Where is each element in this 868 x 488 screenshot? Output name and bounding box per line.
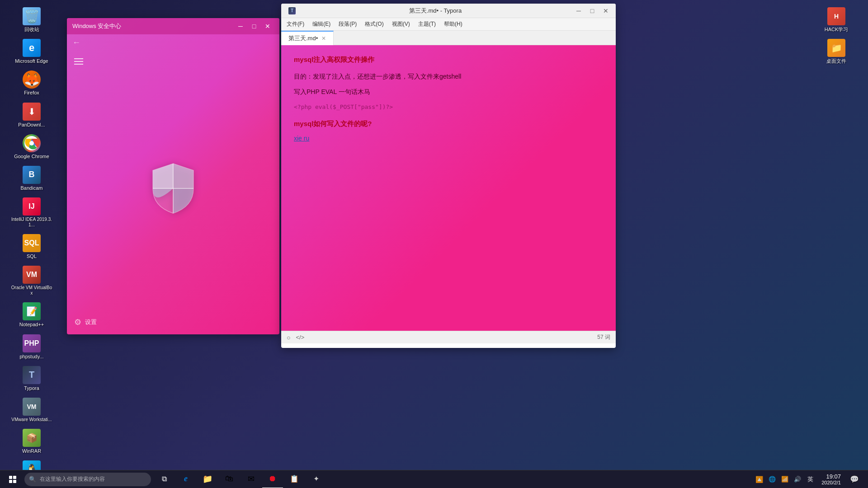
typora-statusbar: ○ </> 57 词 [281,331,616,343]
recycle-bin-icon: 🗑️ [23,7,41,25]
pandownload-icon: ⬇ [23,103,41,121]
firefox-label: Firefox [24,90,39,96]
firefox-icon: 🦊 [23,70,41,89]
notification-icon: 💬 [850,475,859,483]
typora-window: T 第三天.md• - Typora ─ □ ✕ 文件(F) 编辑(E) 段落(… [281,4,616,348]
taskbar-record-app[interactable]: ⏺ [262,470,283,488]
desktop-icons-right: H HACK学习 📁 桌面文件 [805,0,868,71]
clock-time: 19:07 [821,473,841,480]
security-maximize-button[interactable]: □ [248,21,260,32]
typora-menubar: 文件(F) 编辑(E) 段落(P) 格式(O) 视图(V) 主题(T) 帮助(H… [281,18,616,31]
desktop-files-label: 桌面文件 [826,58,846,64]
start-button[interactable] [2,470,24,488]
hamburger-menu[interactable] [74,58,272,65]
hamburger-line-1 [74,58,83,59]
edge-label: Microsoft Edge [15,58,48,64]
security-nav: ← [67,34,279,51]
menu-theme[interactable]: 主题(T) [415,19,439,29]
taskbar-store[interactable]: 🛍 [219,470,240,488]
security-minimize-button[interactable]: ─ [234,21,247,32]
taskbar-task-view[interactable]: ⧉ [154,470,175,488]
hamburger-line-3 [74,64,83,65]
typora-icon: T [23,366,41,384]
desktop-icon-notepadpp[interactable]: 📝 Notepad++ [9,300,54,330]
volume-icon[interactable]: 🔊 [792,474,803,484]
notepadpp-label: Notepad++ [19,322,44,328]
edge-taskbar-icon: e [184,474,188,483]
chevron-up-icon[interactable]: 🔼 [754,474,765,485]
security-close-button[interactable]: ✕ [261,21,274,32]
svg-point-2 [29,141,34,145]
menu-file[interactable]: 文件(F) [283,19,308,29]
typora-tab-label: 第三天.md• [288,34,318,42]
oracle-vm-label: Oracle VM VirtualBox [11,285,52,296]
intellij-idea-icon: IJ [23,197,41,216]
bandicam-label: Bandicam [21,185,43,191]
security-back-button[interactable]: ← [72,38,80,47]
menu-edit[interactable]: 编辑(E) [309,19,334,29]
menu-help[interactable]: 帮助(H) [440,19,466,29]
desktop-icon-desktop-files[interactable]: 📁 桌面文件 [814,36,859,67]
typora-minimize-button[interactable]: ─ [572,5,585,16]
vmware-label: VMware Workstati... [11,417,52,422]
menu-view[interactable]: 视图(V) [388,19,414,29]
desktop-icon-hack-study[interactable]: H HACK学习 [814,5,859,35]
edge-icon: e [23,39,41,57]
taskbar-app-7[interactable]: 📋 [284,470,305,488]
taskbar-search-box[interactable]: 🔍 在这里输入你要搜索的内容 [24,473,151,486]
search-placeholder: 在这里输入你要搜索的内容 [40,475,105,483]
desktop-icon-recycle-bin[interactable]: 🗑️ 回收站 [9,5,54,35]
notification-button[interactable]: 💬 [846,470,863,488]
desktop-icon-typora[interactable]: T Typora [9,363,54,394]
winrar-label: WinRAR [22,448,41,454]
hack-study-icon: H [827,7,845,25]
language-indicator[interactable]: 英 [805,474,816,485]
desktop-icon-idea[interactable]: IJ IntelliJ IDEA 2019.3.1... [9,195,54,230]
desktop-icon-oracle-vm[interactable]: VM Oracle VM VirtualBox [9,263,54,299]
typora-maximize-button[interactable]: □ [586,5,599,16]
desktop-icons-left: 🗑️ 回收站 e Microsoft Edge 🦊 Firefox ⬇ PanD… [0,0,63,470]
wifi-icon[interactable]: 📶 [779,474,790,484]
typora-tab-main[interactable]: 第三天.md• ✕ [281,31,334,45]
taskbar-apps-area: ⧉ e 📁 🛍 ✉ ⏺ 📋 ✦ [154,470,753,488]
content-link[interactable]: xie ru [294,135,603,142]
sql-icon: SQL [23,234,41,252]
network-icon[interactable]: 🌐 [767,474,778,484]
typora-close-button[interactable]: ✕ [599,5,612,16]
idea-label: IntelliJ IDEA 2019.3.1... [11,217,52,228]
typora-tab-close[interactable]: ✕ [321,35,326,42]
desktop-icon-vmware[interactable]: VM VMware Workstati... [9,395,54,425]
desktop-icon-bandicam[interactable]: B Bandicam [9,163,54,194]
desktop-icon-phpstudy[interactable]: PHP phpstudy... [9,332,54,362]
desktop-icon-google-chrome[interactable]: Google Chrome [9,131,54,162]
typora-label: Typora [24,385,39,391]
taskbar-file-explorer[interactable]: 📁 [197,470,218,488]
security-footer: ⚙ 设置 [67,310,279,334]
taskbar-mail[interactable]: ✉ [241,470,261,488]
word-count: 57 词 [597,333,610,341]
typora-content-area[interactable]: mysql注入高权限文件操作 目的：发现了注入点，还想进一步渗透，写入文件来ge… [281,45,616,331]
desktop-icon-pandownload[interactable]: ⬇ PanDownl... [9,100,54,131]
content-heading-2: mysql如何写入文件的呢? [294,118,603,129]
windows-logo-icon [9,476,16,483]
security-body: ← [67,34,279,334]
desktop-icon-winrar[interactable]: 📦 WinRAR [9,426,54,457]
google-chrome-label: Google Chrome [14,154,49,160]
oracle-vm-icon: VM [23,266,41,284]
security-center-window: Windows 安全中心 ─ □ ✕ ← [67,18,279,334]
typora-window-title: 第三天.md• - Typora [298,7,572,15]
clock-widget[interactable]: 19:07 2020/2/1 [818,471,844,488]
typora-tabs: 第三天.md• ✕ [281,31,616,45]
taskbar-app-8[interactable]: ✦ [306,470,326,488]
desktop-icon-sql[interactable]: SQL SQL [9,231,54,262]
desktop-icon-firefox[interactable]: 🦊 Firefox [9,68,54,99]
typora-win-controls: ─ □ ✕ [572,5,612,16]
desktop-icon-edge[interactable]: e Microsoft Edge [9,36,54,67]
menu-paragraph[interactable]: 段落(P) [335,19,360,29]
settings-label[interactable]: 设置 [85,318,97,326]
taskbar-edge-app[interactable]: e [175,470,196,488]
search-icon: 🔍 [29,476,36,483]
phpstudy-label: phpstudy... [20,354,44,360]
settings-gear-icon[interactable]: ⚙ [74,317,81,327]
menu-format[interactable]: 格式(O) [361,19,387,29]
